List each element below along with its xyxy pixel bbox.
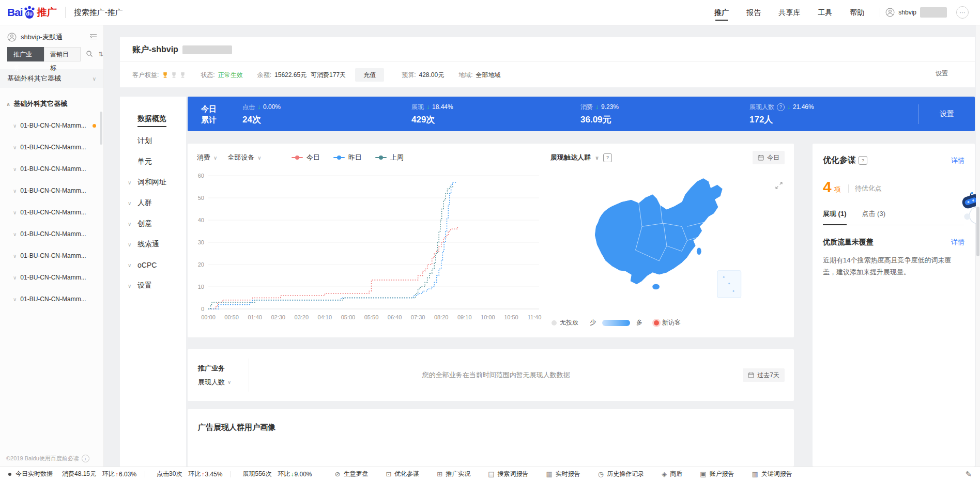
tree-item-label: 01-BU-CN-CN-Mamm... [20, 187, 86, 194]
account-settings-link[interactable]: 设置 [936, 69, 948, 78]
menu-item-数据概览[interactable]: 数据概览 [120, 110, 186, 131]
tree-item[interactable]: ∨01-BU-CN-CN-Mamm... [6, 223, 103, 245]
recharge-button[interactable]: 充值 [355, 68, 384, 82]
map-date-button[interactable]: 今日 [753, 151, 785, 164]
tree-item[interactable]: ∨01-BU-CN-CN-Mamm... [6, 201, 103, 223]
user-avatar-icon [885, 8, 895, 17]
top-nav-item[interactable]: 推广 [714, 0, 729, 25]
page-scrollbar-track[interactable] [976, 25, 980, 467]
搜索词报告-icon: ▤ [488, 470, 494, 478]
summary-metric-header: 点击↓0.00% [242, 103, 411, 112]
statusbar-link-推广实况[interactable]: ⊞推广实况 [437, 470, 470, 478]
chart-legend-item[interactable]: 今日 [292, 153, 320, 162]
menu-item-设置[interactable]: ∨设置 [120, 275, 186, 296]
china-map[interactable] [557, 170, 779, 300]
map-help-icon[interactable]: ? [603, 153, 612, 162]
statusbar-link-生意罗盘[interactable]: ⊘生意罗盘 [335, 470, 369, 478]
menu-item-词和网址[interactable]: ∨词和网址 [120, 172, 186, 193]
info-icon[interactable]: i [82, 455, 89, 462]
menu-item-label: 单元 [137, 157, 152, 166]
help-icon[interactable]: ? [777, 103, 785, 111]
page-scrollbar-thumb[interactable] [976, 207, 979, 256]
sort-icon[interactable]: ⇅ [98, 51, 103, 58]
collapse-sidebar-icon[interactable] [89, 34, 97, 41]
tree-item[interactable]: ∨01-BU-CN-CN-Mamm... [6, 267, 103, 288]
menu-item-创意[interactable]: ∨创意 [120, 213, 186, 234]
top-nav: 推广报告共享库工具帮助 [714, 0, 864, 25]
audience-date-button[interactable]: 过去7天 [743, 368, 785, 382]
statusbar-link-账户报告[interactable]: ▣账户报告 [700, 470, 734, 478]
account-title: 账户-shbvip [132, 44, 178, 55]
statusbar-stat-ratio: 环比↓9.00% [278, 470, 312, 478]
sidebar-scrollbar[interactable] [100, 112, 102, 145]
device-select-value: 全部设备 [227, 153, 254, 162]
chart-legend-item[interactable]: 昨日 [333, 153, 362, 162]
top-header: Bai du 推广 搜索推广-推广 推广报告共享库工具帮助 shbv [0, 0, 980, 25]
statusbar-link-历史操作记录[interactable]: ◷历史操作记录 [598, 470, 644, 478]
statusbar-link-实时报告[interactable]: ▦实时报告 [546, 470, 580, 478]
header-user[interactable]: shbvip [885, 7, 947, 18]
tree-item[interactable]: ∨01-BU-CN-CN-Mamm... [6, 158, 103, 180]
statusbar-link-label: 优化参谋 [394, 470, 419, 478]
tree-item[interactable]: ∨01-BU-CN-CN-Mamm... [6, 115, 103, 136]
trophy-icon-gray-1 [171, 72, 177, 79]
statusbar-link-搜索词报告[interactable]: ▤搜索词报告 [488, 470, 528, 478]
chart-legend: 今日昨日上周 [292, 153, 404, 162]
search-icon[interactable] [86, 50, 93, 59]
statusbar-link-关键词报告[interactable]: ▥关键词报告 [752, 470, 792, 478]
more-menu-icon[interactable]: ⋯ [956, 6, 969, 19]
top-nav-item[interactable]: 共享库 [778, 0, 800, 25]
audience-metric-select[interactable]: 展现人数 ∨ [198, 378, 249, 387]
device-select[interactable]: 全部设备 ∨ [227, 153, 261, 162]
optimizer-count-row: 4 项 待优化点 [823, 178, 964, 196]
statusbar-link-label: 商盾 [670, 470, 682, 478]
关键词报告-icon: ▥ [752, 470, 758, 478]
实时报告-icon: ▦ [546, 470, 553, 478]
top-nav-item[interactable]: 工具 [818, 0, 832, 25]
menu-item-人群[interactable]: ∨人群 [120, 193, 186, 213]
feedback-compose-icon[interactable]: ✎ [965, 470, 972, 479]
chevron-down-icon[interactable]: ∨ [595, 155, 599, 161]
summary-settings-link[interactable]: 设置 [919, 110, 975, 119]
optimizer-tab[interactable]: 展现 (1) [823, 209, 847, 225]
top-nav-item[interactable]: 帮助 [850, 0, 864, 25]
tab-promotion-business[interactable]: 推广业务 [7, 47, 44, 61]
tree-group-row[interactable]: ∧ 基础外科其它器械 [6, 99, 103, 108]
chart-legend-item[interactable]: 上周 [375, 153, 404, 162]
menu-item-oCPC[interactable]: ∨oCPC [120, 255, 186, 275]
tree-item[interactable]: ∨01-BU-CN-CN-Mamm... [6, 136, 103, 158]
statusbar-link-商盾[interactable]: ◈商盾 [662, 470, 682, 478]
推广实况-icon: ⊞ [437, 470, 442, 478]
svg-text:40: 40 [198, 217, 204, 223]
summary-metric: 点击↓0.00%24次 [242, 103, 411, 126]
menu-item-单元[interactable]: 单元 [120, 151, 186, 172]
svg-text:07:30: 07:30 [411, 314, 425, 320]
chevron-down-icon: ∨ [213, 155, 217, 161]
sidebar-tabs: 推广业务 营销目标 ⇅ [0, 47, 103, 61]
trend-chart-section: 消费 ∨ 全部设备 ∨ 今日昨日上周 010203040506000:0000:… [188, 144, 549, 337]
legend-more-label: 多 [636, 318, 642, 327]
statusbar-link-优化参谋[interactable]: ⊡优化参谋 [386, 470, 419, 478]
summary-metric-delta: 18.44% [432, 103, 453, 111]
metric-select[interactable]: 消费 ∨ [197, 153, 217, 162]
tab-marketing-goal[interactable]: 营销目标 [44, 47, 81, 61]
trend-chart[interactable]: 010203040506000:0000:5001:4002:3003:2004… [191, 168, 547, 323]
summary-metric-label: 消费 [580, 103, 593, 112]
optimizer-card-detail-link[interactable]: 详情 [951, 238, 964, 247]
summary-metric-header: 消费↓9.23% [580, 103, 749, 112]
optimizer-detail-link[interactable]: 详情 [951, 156, 964, 165]
top-nav-item[interactable]: 报告 [746, 0, 761, 25]
map-date-value: 今日 [767, 153, 779, 162]
optimizer-tab[interactable]: 点击 (3) [862, 209, 886, 225]
tree-item[interactable]: ∨01-BU-CN-CN-Mamm... [6, 288, 103, 310]
menu-item-计划[interactable]: 计划 [120, 131, 186, 151]
baidu-logo[interactable]: Bai du 推广 [0, 6, 57, 19]
sidebar-user-icon [7, 33, 17, 42]
tree-item[interactable]: ∨01-BU-CN-CN-Mamm... [6, 180, 103, 201]
optimizer-help-icon[interactable]: ? [859, 156, 867, 165]
rights-label: 客户权益: [132, 71, 159, 80]
tree-item-label: 01-BU-CN-CN-Mamm... [20, 230, 86, 238]
menu-item-线索通[interactable]: ∨线索通 [120, 234, 186, 255]
tree-item[interactable]: ∨01-BU-CN-CN-Mamm... [6, 245, 103, 267]
summary-metric-label: 展现 [411, 103, 424, 112]
